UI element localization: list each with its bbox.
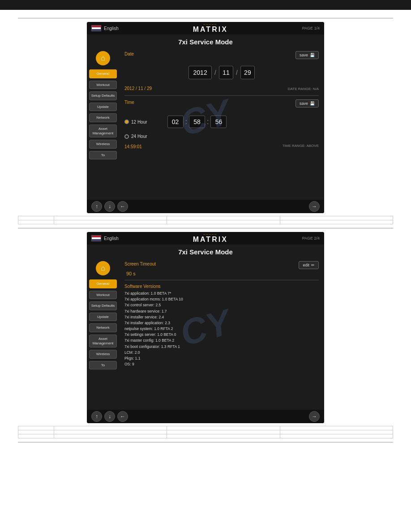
- sidebar-btn-setup-defaults[interactable]: Setup Defaults: [89, 91, 117, 100]
- version-item-7: 7xi settings server: 1.0 BETA 0: [124, 332, 319, 338]
- screen2-footer: ↑ ↓ ← →: [87, 410, 324, 423]
- screen2-sidebar-btn-setup[interactable]: Setup Defaults: [89, 301, 117, 310]
- date-save-button[interactable]: save: [295, 51, 319, 59]
- home-button[interactable]: [96, 51, 110, 65]
- year-field[interactable]: [188, 66, 212, 79]
- table2-cell-10: [54, 434, 167, 438]
- table2-cell-3: [167, 426, 280, 430]
- version-item-6: netpulse system: 1.0 RFTA 2: [124, 326, 319, 332]
- info-table-2: [18, 426, 393, 438]
- time-save-button[interactable]: save: [295, 99, 319, 107]
- table2-cell-6: [54, 430, 167, 434]
- sidebar-btn-general[interactable]: General: [89, 69, 117, 78]
- date-inputs: / /: [124, 66, 319, 79]
- version-item-5: 7xi installer application: 2.3: [124, 320, 319, 326]
- radio-dot-12h[interactable]: [124, 120, 129, 124]
- second-field[interactable]: [210, 116, 227, 128]
- sidebar-btn-workout[interactable]: Workout: [89, 81, 117, 90]
- time-sep-2: :: [207, 118, 209, 126]
- nav-down-btn[interactable]: ↓: [104, 201, 115, 212]
- screen2-sidebar-btn-asset[interactable]: Asset Management: [89, 335, 117, 348]
- table2-cell-7: [167, 430, 280, 434]
- screen2-sidebar-btn-wireless[interactable]: Wireless: [89, 350, 117, 359]
- screen1-pagenum: PAGE 1/4: [302, 26, 320, 30]
- nav-next-btn[interactable]: →: [309, 201, 320, 212]
- screen2-sidebar-btn-general[interactable]: General: [89, 279, 117, 288]
- nav-up-btn[interactable]: ↑: [91, 201, 102, 212]
- flag-icon-2: [91, 235, 101, 241]
- screen2: English ───── MATRIX PAGE 2/4 7xi Servic…: [87, 232, 324, 423]
- table1-cell-7: [167, 220, 280, 224]
- version-list: 7xi application: 1.0 BETA 7* 7xi applica…: [124, 291, 319, 367]
- current-date-display: 2012 / 11 / 29: [124, 86, 152, 91]
- top-divider: [18, 18, 393, 18]
- timeout-header-row: Screen Timeout edit: [124, 261, 319, 269]
- radio-dot-24h[interactable]: [124, 134, 129, 139]
- screen2-header: English ───── MATRIX PAGE 2/4: [87, 232, 324, 245]
- version-item-12: OS: 9: [124, 361, 319, 367]
- info-table-1: [18, 216, 393, 224]
- version-item-4: 7xi installer service: 2.4: [124, 314, 319, 320]
- radio-24h: 24 Hour: [124, 134, 319, 139]
- hour-field[interactable]: [167, 116, 184, 128]
- screen2-sidebar-btn-workout[interactable]: Workout: [89, 291, 117, 300]
- screen2-wrapper: English ───── MATRIX PAGE 2/4 7xi Servic…: [18, 232, 393, 423]
- table2-cell-2: [54, 426, 167, 430]
- screen1-body: General Workout Setup Defaults Update Ne…: [87, 47, 324, 200]
- version-item-9: 7xi boot configurator: 1.3 RFTA 1: [124, 344, 319, 350]
- screen1-lang: English: [104, 26, 119, 31]
- version-item-8: 7xi master config: 1.0 BETA 2: [124, 338, 319, 343]
- time-range-note: TIME RANGE: ABOVE: [283, 144, 319, 148]
- home-button-2[interactable]: [96, 261, 110, 275]
- screen1-main: Date save / / 2012 / 11 / 29 DATE RANGE:…: [119, 47, 324, 200]
- time-label: Time: [124, 100, 134, 105]
- day-field[interactable]: [240, 66, 255, 79]
- screen2-logo: ───── MATRIX: [119, 233, 302, 244]
- sidebar-btn-asset[interactable]: Asset Management: [89, 124, 117, 137]
- nav2-back-btn[interactable]: ←: [117, 411, 128, 422]
- flag-icon: [91, 25, 101, 31]
- screen2-title: 7xi Service Mode: [87, 245, 324, 257]
- edit-button[interactable]: edit: [299, 261, 319, 269]
- date-label: Date: [124, 51, 134, 56]
- screen1-wrapper: English ───── MATRIX PAGE 1/4 7xi Servic…: [18, 22, 393, 213]
- sidebar-btn-network[interactable]: Network: [89, 113, 117, 122]
- nav2-next-btn[interactable]: →: [309, 411, 320, 422]
- screen2-nav-left: ↑ ↓ ←: [91, 411, 128, 422]
- sidebar-btn-update[interactable]: Update: [89, 103, 117, 112]
- table1-cell-3: [167, 216, 280, 220]
- version-item-3: 7xi hardware service: 1.7: [124, 309, 319, 314]
- nav2-up-btn[interactable]: ↑: [91, 411, 102, 422]
- screen1-nav-left: ↑ ↓ ←: [91, 201, 128, 212]
- screen1-logo: ───── MATRIX: [119, 23, 302, 34]
- timeout-versions-divider: [124, 280, 319, 280]
- screen1: English ───── MATRIX PAGE 1/4 7xi Servic…: [87, 22, 324, 213]
- table2-cell-9: [18, 434, 54, 438]
- screen1-header: English ───── MATRIX PAGE 1/4: [87, 22, 324, 34]
- screen1-title: 7xi Service Mode: [87, 34, 324, 47]
- screen2-lang: English: [104, 236, 119, 241]
- screen2-sidebar-btn-to[interactable]: To: [89, 361, 117, 370]
- top-bar: [0, 0, 411, 10]
- screen2-sidebar-btn-network[interactable]: Network: [89, 323, 117, 332]
- minute-field[interactable]: [189, 116, 205, 128]
- screen2-main: Screen Timeout edit 90 s Software Versio…: [119, 257, 324, 410]
- table2-row2: [18, 430, 393, 434]
- table2-cell-8: [280, 430, 393, 434]
- sidebar-btn-to[interactable]: To: [89, 151, 117, 160]
- time-inputs: : :: [167, 116, 227, 128]
- screen1-logo-sub: ─────: [119, 23, 302, 26]
- date-header-row: Date save: [124, 51, 319, 59]
- date-time-divider: [124, 95, 319, 96]
- table2-cell-11: [167, 434, 280, 438]
- screen2-sidebar: General Workout Setup Defaults Update Ne…: [87, 257, 119, 410]
- version-item-0: 7xi application: 1.0 BETA 7*: [124, 291, 319, 296]
- version-item-1: 7xi application mcms: 1.0 BETA 10: [124, 296, 319, 302]
- sidebar-btn-wireless[interactable]: Wireless: [89, 140, 117, 149]
- table1-row1: [18, 216, 393, 220]
- month-field[interactable]: [219, 66, 233, 79]
- screen2-sidebar-btn-update[interactable]: Update: [89, 313, 117, 322]
- nav2-down-btn[interactable]: ↓: [104, 411, 115, 422]
- table2-cell-4: [280, 426, 393, 430]
- nav-back-btn[interactable]: ←: [117, 201, 128, 212]
